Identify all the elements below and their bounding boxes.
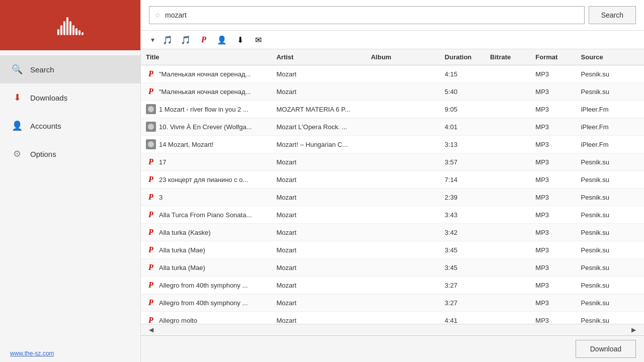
- search-button[interactable]: Search: [589, 6, 636, 24]
- track-icon: [146, 122, 156, 132]
- col-header-duration[interactable]: Duration: [440, 49, 485, 65]
- cell-bitrate: [485, 277, 530, 294]
- sidebar-item-options-label: Options: [30, 150, 56, 158]
- table-row[interactable]: PAlla turka (Mae)Mozart3:45MP3Pesnik.su: [141, 259, 644, 277]
- search-input-wrap[interactable]: ☆: [149, 6, 585, 24]
- col-header-bitrate[interactable]: Bitrate: [485, 49, 530, 65]
- table-scroll[interactable]: Title Artist Album Duration Bitrate Form…: [141, 49, 644, 324]
- cell-title: 14 Mozart, Mozart!: [141, 136, 271, 153]
- cell-album: [366, 136, 440, 153]
- cell-album: [366, 241, 440, 259]
- cell-album: [366, 277, 440, 294]
- cell-bitrate: [485, 294, 530, 312]
- cell-title: PAlla turka (Mae): [141, 259, 271, 277]
- cell-bitrate: [485, 118, 530, 136]
- cell-duration: 7:14: [440, 171, 485, 189]
- table-row[interactable]: PAlla turka (Kaske)Mozart3:42MP3Pesnik.s…: [141, 224, 644, 241]
- track-title: Allegro from 40th symphony ...: [159, 299, 248, 307]
- track-icon: P: [146, 69, 156, 79]
- cell-artist: Mozart! – Hungarian C...: [271, 136, 366, 153]
- sidebar-item-downloads[interactable]: ⬇ Downloads: [0, 83, 140, 112]
- cell-format: MP3: [530, 259, 576, 277]
- table-row[interactable]: PAllegro from 40th symphony ...Mozart3:2…: [141, 277, 644, 294]
- table-row[interactable]: P"Маленькая ночная серенад...Mozart4:15M…: [141, 65, 644, 83]
- track-icon: P: [146, 262, 156, 273]
- cell-title: PAlla turka (Mae): [141, 241, 271, 259]
- cell-bitrate: [485, 65, 530, 83]
- cell-artist: Mozart: [271, 241, 366, 259]
- track-title: 10. Vivre À En Crever (Wolfga...: [159, 123, 252, 131]
- cell-source: Pesnik.su: [576, 65, 644, 83]
- search-input[interactable]: [165, 11, 579, 19]
- logo-bar: [63, 21, 65, 35]
- cell-source: Pesnik.su: [576, 294, 644, 312]
- cell-source: Pesnik.su: [576, 259, 644, 277]
- cell-format: MP3: [530, 277, 576, 294]
- cell-title: PAlla turka (Kaske): [141, 224, 271, 241]
- col-header-format[interactable]: Format: [530, 49, 576, 65]
- cell-album: [366, 153, 440, 171]
- table-row[interactable]: 1 Mozart - river flow in you 2 ...MOZART…: [141, 101, 644, 118]
- table-row[interactable]: 14 Mozart, Mozart!Mozart! – Hungarian C.…: [141, 136, 644, 153]
- table-row[interactable]: PAllegro from 40th symphony ...Mozart3:2…: [141, 294, 644, 312]
- scroll-right-btn[interactable]: ▶: [628, 325, 639, 334]
- cell-duration: 3:45: [440, 241, 485, 259]
- filter-p-icon[interactable]: P: [197, 34, 211, 46]
- cell-duration: 3:57: [440, 153, 485, 171]
- col-header-artist[interactable]: Artist: [271, 49, 366, 65]
- cell-format: MP3: [530, 189, 576, 206]
- main-content: ☆ Search ▾ 🎵 🎵 P 👤 ⬇ ✉ Title Artist Albu…: [141, 0, 644, 362]
- table-row[interactable]: P3Mozart2:39MP3Pesnik.su: [141, 189, 644, 206]
- cell-format: MP3: [530, 153, 576, 171]
- logo-bar: [66, 17, 68, 35]
- cell-source: Pesnik.su: [576, 312, 644, 324]
- cell-album: [366, 189, 440, 206]
- sidebar-item-options[interactable]: ⚙ Options: [0, 140, 140, 168]
- col-header-album[interactable]: Album: [366, 49, 440, 65]
- sidebar-item-accounts-label: Accounts: [30, 122, 61, 130]
- cell-bitrate: [485, 171, 530, 189]
- cell-format: MP3: [530, 101, 576, 118]
- cell-bitrate: [485, 206, 530, 224]
- track-title: 14 Mozart, Mozart!: [159, 141, 213, 148]
- table-row[interactable]: 10. Vivre À En Crever (Wolfga...Mozart L…: [141, 118, 644, 136]
- cell-album: [366, 101, 440, 118]
- table-row[interactable]: PAlla turka (Mae)Mozart3:45MP3Pesnik.su: [141, 241, 644, 259]
- col-header-source[interactable]: Source: [576, 49, 644, 65]
- table-row[interactable]: P23 концерт для пианино с о...Mozart7:14…: [141, 171, 644, 189]
- search-nav-icon: 🔍: [10, 62, 24, 76]
- scroll-left-btn[interactable]: ◀: [146, 325, 156, 334]
- table-row[interactable]: PAlla Turca From Piano Sonata...Mozart3:…: [141, 206, 644, 224]
- filter-mail-icon[interactable]: ✉: [251, 34, 265, 46]
- sidebar-nav: 🔍 Search ⬇ Downloads 👤 Accounts ⚙ Option…: [0, 50, 140, 345]
- track-icon: P: [146, 245, 156, 255]
- cell-source: iPleer.Fm: [576, 136, 644, 153]
- cell-artist: Mozart: [271, 294, 366, 312]
- table-row[interactable]: PAllegro moltoMozart4:41MP3Pesnik.su: [141, 312, 644, 324]
- cell-format: MP3: [530, 65, 576, 83]
- track-icon: P: [146, 227, 156, 237]
- cell-duration: 2:39: [440, 189, 485, 206]
- filter-toolbar: ▾ 🎵 🎵 P 👤 ⬇ ✉: [141, 31, 644, 49]
- cell-format: MP3: [530, 206, 576, 224]
- filter-person-icon[interactable]: 👤: [215, 34, 229, 46]
- filter-download-icon[interactable]: ⬇: [233, 34, 247, 46]
- filter-music-icon[interactable]: 🎵: [160, 34, 175, 46]
- sidebar-item-search[interactable]: 🔍 Search: [0, 55, 140, 83]
- logo-bar: [57, 29, 59, 35]
- download-button[interactable]: Download: [576, 340, 636, 358]
- table-row[interactable]: P"Маленькая ночная серенад...Mozart5:40M…: [141, 83, 644, 101]
- cell-source: Pesnik.su: [576, 153, 644, 171]
- cell-source: iPleer.Fm: [576, 118, 644, 136]
- cell-duration: 3:42: [440, 224, 485, 241]
- col-header-title[interactable]: Title: [141, 49, 271, 65]
- sidebar-item-accounts[interactable]: 👤 Accounts: [0, 112, 140, 140]
- track-title: Alla turka (Mae): [159, 246, 205, 254]
- cell-album: [366, 312, 440, 324]
- website-link[interactable]: www.the-sz.com: [0, 345, 140, 362]
- table-row[interactable]: P17Mozart3:57MP3Pesnik.su: [141, 153, 644, 171]
- filter-dropdown-arrow[interactable]: ▾: [149, 35, 156, 45]
- filter-note-icon[interactable]: 🎵: [179, 34, 193, 46]
- cell-format: MP3: [530, 83, 576, 101]
- cell-source: Pesnik.su: [576, 224, 644, 241]
